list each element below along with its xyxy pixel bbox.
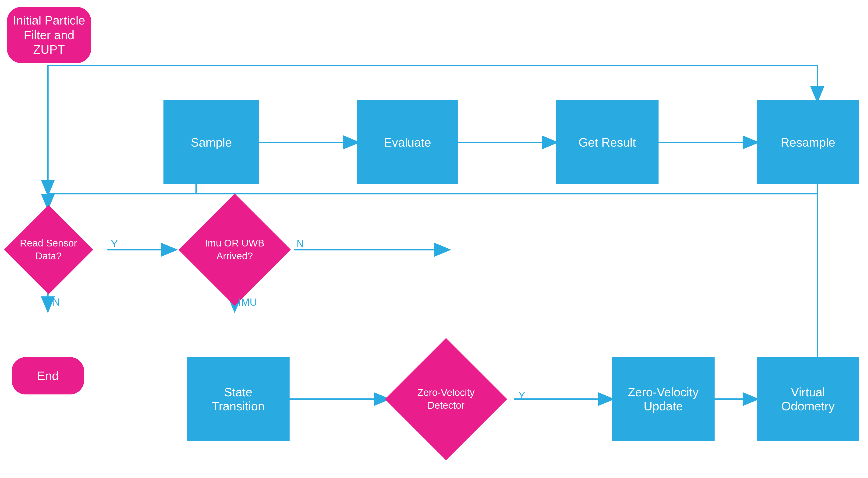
end-label: End [37, 369, 59, 383]
zero-velocity-detector-label: Zero-VelocityDetector [417, 386, 474, 412]
imu-uwb-label: Imu OR UWBArrived? [205, 237, 265, 262]
zero-velocity-detector-node: Zero-VelocityDetector [378, 355, 514, 443]
sample-label: Sample [191, 135, 232, 149]
evaluate-node: Evaluate [357, 100, 458, 184]
end-node: End [12, 357, 84, 394]
zero-velocity-update-node: Zero-Velocity Update [612, 357, 715, 441]
flowchart: Initial Particle Filter and ZUPT Sample … [0, 0, 868, 478]
virtual-odometry-node: Virtual Odometry [756, 357, 859, 441]
initial-node: Initial Particle Filter and ZUPT [7, 7, 91, 63]
resample-label: Resample [781, 135, 835, 149]
read-sensor-node: Read SensorData? [0, 205, 97, 294]
read-sensor-label: Read SensorData? [20, 237, 77, 262]
n-read-sensor-label: N [53, 296, 60, 308]
get-result-node: Get Result [556, 100, 658, 184]
y-zvd-label: Y [519, 390, 525, 402]
n-imu-uwb-label: N [297, 238, 304, 250]
imu-label: IMU [238, 296, 257, 308]
virtual-odometry-label: Virtual Odometry [781, 385, 835, 413]
uwb-label: UWB [203, 173, 227, 184]
resample-node: Resample [756, 100, 859, 184]
sample-node: Sample [163, 100, 259, 184]
zero-velocity-update-label: Zero-Velocity Update [628, 385, 699, 413]
evaluate-label: Evaluate [384, 135, 431, 149]
y-read-sensor-label: Y [111, 238, 118, 250]
get-result-label: Get Result [579, 135, 636, 149]
state-transition-node: State Transition [187, 357, 289, 441]
imu-uwb-node: Imu OR UWBArrived? [175, 205, 294, 294]
state-transition-label: State Transition [212, 385, 265, 413]
initial-label: Initial Particle Filter and ZUPT [7, 13, 91, 57]
